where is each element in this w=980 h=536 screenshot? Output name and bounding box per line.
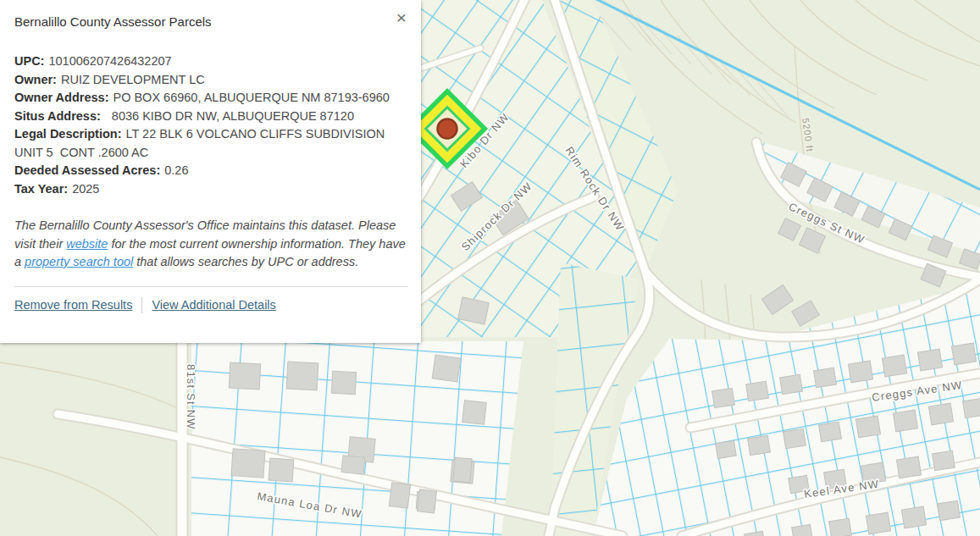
street-label-81st: 81st St NW — [185, 364, 197, 430]
panel-actions: Remove from Results View Additional Deta… — [14, 296, 408, 315]
field-value: RUIZ DEVELOPMENT LC — [61, 73, 205, 86]
attribute-fields: UPC:101006207426432207 Owner:RUIZ DEVELO… — [14, 52, 408, 198]
field-value: PO BOX 66960, ALBUQUERQUE NM 87193-6960 — [113, 91, 389, 104]
disclaimer-tail: that allows searches by UPC or address. — [133, 255, 358, 268]
field-value: 101006207426432207 — [48, 54, 171, 68]
field-legal-description: Legal Description:LT 22 BLK 6 VOLCANO CL… — [14, 125, 408, 162]
remove-from-results-link[interactable]: Remove from Results — [14, 296, 132, 315]
close-icon[interactable]: × — [390, 7, 412, 29]
field-label: UPC: — [14, 54, 44, 68]
field-label: Owner: — [14, 73, 57, 86]
field-situs-address: Situs Address: 8036 KIBO DR NW, ALBUQUER… — [14, 108, 408, 126]
field-value: 8036 KIBO DR NW, ALBUQUERQUE 87120 — [105, 109, 354, 123]
field-owner-address: Owner Address:PO BOX 66960, ALBUQUERQUE … — [14, 89, 408, 108]
disclaimer-text: The Bernalillo County Assessor's Office … — [14, 217, 408, 272]
app-window: Kibo Dr NW Rim Rock Dr NW Shiprock Dr NW… — [0, 0, 980, 536]
field-value: 0.26 — [164, 163, 188, 177]
field-label: Situs Address: — [14, 109, 101, 123]
field-value: 2025 — [72, 182, 99, 196]
actions-separator — [141, 297, 142, 313]
popup-panel: Bernalillo County Assessor Parcels × UPC… — [0, 0, 421, 343]
field-tax-year: Tax Year:2025 — [14, 180, 408, 199]
panel-divider — [14, 286, 408, 287]
field-label: Tax Year: — [14, 182, 68, 196]
website-link[interactable]: website — [66, 237, 108, 251]
view-additional-details-link[interactable]: View Additional Details — [152, 296, 275, 315]
property-search-tool-link[interactable]: property search tool — [25, 255, 133, 268]
field-owner: Owner:RUIZ DEVELOPMENT LC — [14, 71, 408, 90]
field-label: Owner Address: — [14, 91, 108, 104]
field-label: Legal Description: — [14, 127, 122, 141]
field-deeded-acres: Deeded Assessed Acres:0.26 — [14, 162, 408, 180]
field-label: Deeded Assessed Acres: — [14, 163, 160, 177]
popup-title: Bernalillo County Assessor Parcels — [14, 14, 408, 30]
field-upc: UPC:101006207426432207 — [14, 52, 408, 71]
